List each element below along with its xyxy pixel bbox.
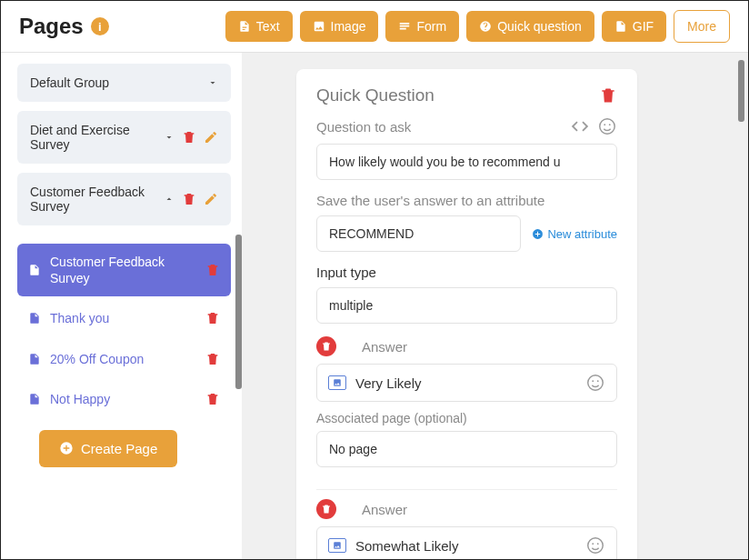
svg-point-8 — [597, 543, 599, 545]
save-attr-label: Save the user's answer to an attribute — [316, 193, 617, 208]
group-label: Default Group — [30, 75, 207, 90]
delete-answer-button[interactable] — [316, 336, 336, 356]
page-item-customer-feedback[interactable]: Customer Feedback Survey — [17, 244, 231, 296]
trash-icon[interactable] — [205, 392, 220, 406]
image-icon[interactable] — [328, 538, 346, 553]
answer-block-2: Answer Somewhat Likely Associated page (… — [316, 499, 617, 560]
new-attribute-link[interactable]: New attribute — [532, 227, 617, 241]
page-label: Not Happy — [50, 391, 205, 407]
plus-circle-icon — [532, 228, 544, 240]
svg-point-0 — [600, 119, 615, 135]
page-item-20-off[interactable]: 20% Off Coupon — [17, 341, 231, 377]
assoc-page-label: Associated page (optional) — [316, 411, 617, 425]
smile-icon[interactable] — [585, 373, 605, 393]
smile-icon[interactable] — [585, 535, 605, 555]
answer-input-row[interactable]: Very Likely — [316, 364, 617, 402]
button-label: Create Page — [81, 441, 157, 456]
sidebar: Default Group Diet and Exercise Survey C… — [1, 53, 242, 560]
form-icon — [398, 20, 411, 33]
button-label: Text — [256, 19, 280, 34]
scrollbar-thumb[interactable] — [235, 235, 242, 389]
main-layout: Default Group Diet and Exercise Survey C… — [1, 53, 748, 560]
svg-point-1 — [604, 124, 605, 125]
content-area: Quick Question Question to ask Save the … — [242, 53, 748, 560]
page-label: 20% Off Coupon — [50, 351, 205, 367]
trash-icon — [321, 504, 332, 515]
quick-question-button[interactable]: Quick question — [466, 11, 594, 42]
page-label: Customer Feedback Survey — [50, 254, 205, 286]
text-button[interactable]: Text — [225, 11, 293, 42]
smile-icon[interactable] — [597, 116, 617, 136]
button-label: Form — [416, 19, 446, 34]
assoc-page-select[interactable] — [316, 431, 617, 467]
page-label: Thank you — [50, 310, 205, 326]
field-label-text: Question to ask — [316, 119, 411, 135]
more-button[interactable]: More — [674, 10, 730, 43]
image-icon[interactable] — [328, 375, 346, 390]
field-label-text: Save the user's answer to an attribute — [316, 193, 544, 208]
trash-icon[interactable] — [599, 86, 617, 105]
group-default[interactable]: Default Group — [17, 64, 231, 102]
quick-question-card: Quick Question Question to ask Save the … — [296, 69, 637, 560]
pages-list: Customer Feedback Survey Thank you 20% O… — [17, 235, 231, 467]
trash-icon[interactable] — [182, 192, 196, 206]
chevron-up-icon — [164, 194, 175, 205]
page-item-thank-you[interactable]: Thank you — [17, 300, 231, 336]
image-button[interactable]: Image — [300, 11, 379, 42]
edit-icon[interactable] — [204, 192, 218, 206]
input-type-select[interactable] — [316, 287, 617, 324]
answer-text: Somewhat Likely — [355, 538, 576, 554]
plus-circle-icon — [59, 441, 74, 455]
chevron-down-icon — [207, 77, 218, 88]
link-label: New attribute — [547, 227, 617, 241]
trash-icon[interactable] — [205, 263, 220, 277]
title-text: Pages — [19, 14, 84, 39]
trash-icon[interactable] — [205, 352, 220, 366]
button-label: More — [687, 19, 716, 34]
code-icon[interactable] — [570, 116, 590, 136]
group-customer-feedback[interactable]: Customer Feedback Survey — [17, 173, 231, 225]
answer-heading: Answer — [362, 339, 407, 355]
page-item-not-happy[interactable]: Not Happy — [17, 381, 231, 417]
top-bar: Pages i Text Image Form Quick question G… — [1, 1, 748, 53]
scrollbar-thumb[interactable] — [738, 60, 744, 122]
question-input[interactable] — [316, 144, 617, 180]
button-label: Quick question — [497, 19, 582, 34]
card-title: Quick Question — [316, 85, 599, 105]
form-button[interactable]: Form — [385, 11, 459, 42]
svg-point-4 — [592, 380, 594, 382]
attribute-input[interactable] — [316, 215, 521, 252]
question-label-row: Question to ask — [316, 116, 617, 136]
gif-button[interactable]: GIF — [602, 11, 666, 42]
answer-text: Very Likely — [355, 375, 576, 391]
page-title: Pages i — [19, 14, 109, 39]
info-icon[interactable]: i — [91, 17, 109, 35]
answer-heading: Answer — [362, 502, 407, 517]
question-icon — [479, 20, 492, 33]
field-label-text: Input type — [316, 265, 376, 280]
divider — [316, 489, 617, 490]
button-label: GIF — [633, 19, 654, 34]
svg-point-6 — [588, 538, 604, 554]
input-type-label: Input type — [316, 265, 617, 280]
button-label: Image — [331, 19, 366, 34]
answer-input-row[interactable]: Somewhat Likely — [316, 526, 617, 560]
chevron-down-icon — [164, 132, 175, 143]
svg-point-3 — [588, 375, 604, 391]
svg-point-5 — [597, 380, 599, 382]
gif-icon — [614, 20, 627, 33]
group-label: Customer Feedback Survey — [30, 185, 164, 214]
svg-point-2 — [609, 124, 611, 125]
file-icon — [28, 393, 41, 405]
create-page-button[interactable]: Create Page — [39, 430, 177, 467]
trash-icon — [321, 341, 332, 352]
trash-icon[interactable] — [182, 130, 196, 145]
trash-icon[interactable] — [205, 311, 220, 325]
answer-block-1: Answer Very Likely Associated page (opti… — [316, 336, 617, 480]
file-icon — [238, 20, 251, 33]
file-icon — [28, 353, 41, 365]
delete-answer-button[interactable] — [316, 499, 336, 519]
group-diet[interactable]: Diet and Exercise Survey — [17, 111, 231, 164]
edit-icon[interactable] — [204, 130, 218, 145]
image-icon — [313, 20, 325, 33]
